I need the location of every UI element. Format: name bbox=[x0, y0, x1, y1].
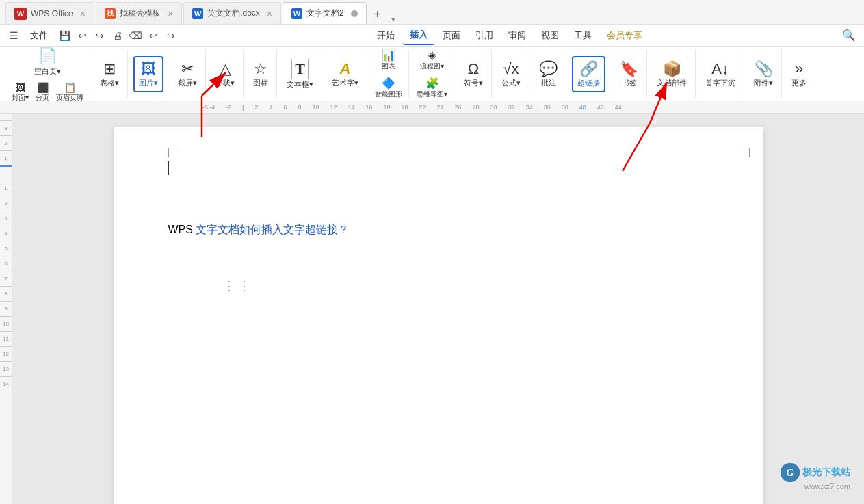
smartshape-icon: 🔷 bbox=[382, 77, 395, 90]
image-icon: 🖼 bbox=[141, 60, 156, 78]
tab-bar: W WPS Office × 找 找稿壳模板 × W 英文文档.docx × W… bbox=[0, 0, 864, 25]
mindmap-button[interactable]: 🧩 思维导图▾ bbox=[415, 75, 449, 101]
ruler-v-mark bbox=[0, 165, 12, 181]
document-area[interactable]: WPS 文字文档如何插入文字超链接？ ⋮⋮ bbox=[12, 114, 864, 504]
doc1-icon: W bbox=[192, 8, 203, 19]
ruler-v-mark: 10 bbox=[0, 316, 12, 331]
pagebreak-button[interactable]: ⬛ 分页 bbox=[34, 81, 51, 102]
undo2-icon[interactable]: ↩ bbox=[146, 29, 160, 42]
menu-page[interactable]: 页面 bbox=[436, 27, 467, 44]
menu-view[interactable]: 视图 bbox=[534, 27, 566, 44]
attachment-button[interactable]: 📎 附件▾ bbox=[750, 57, 777, 91]
new-tab-button[interactable]: + bbox=[368, 5, 387, 24]
shape-icon: △ bbox=[220, 60, 231, 78]
smartshape-button[interactable]: 🔷 智能图形 bbox=[373, 75, 404, 101]
dropcap-button[interactable]: A↓ 首字下沉 bbox=[701, 57, 739, 91]
ribbon-group-table: ⊞ 表格▾ bbox=[92, 50, 128, 98]
ruler-v-mark: 3 bbox=[0, 211, 12, 226]
header-footer-button[interactable]: 📋 页眉页脚 bbox=[54, 81, 86, 102]
blank-page-icon: 📄 bbox=[38, 47, 57, 65]
pagebreak-label: 分页 bbox=[36, 93, 49, 102]
print-icon[interactable]: 🖨 bbox=[111, 29, 125, 42]
ribbon-group-textbox: T 文本框▾ bbox=[278, 50, 322, 98]
icons-button[interactable]: ☆ 图标 bbox=[249, 57, 272, 91]
table-icon: ⊞ bbox=[103, 60, 116, 78]
menu-start[interactable]: 开始 bbox=[370, 27, 402, 44]
textbox-button[interactable]: T 文本框▾ bbox=[283, 56, 317, 92]
textbox-label: 文本框▾ bbox=[287, 79, 313, 90]
tab-close-icon[interactable]: × bbox=[80, 8, 86, 19]
search-button[interactable]: 🔍 bbox=[839, 26, 859, 45]
doc-main-text: 文字文档如何插入文字超链接？ bbox=[196, 224, 349, 235]
hyperlink-icon: 🔗 bbox=[579, 60, 598, 78]
shape-button[interactable]: △ 形状▾ bbox=[211, 57, 239, 91]
menu-review[interactable]: 审阅 bbox=[501, 27, 533, 44]
watermark-url: www.xz7.com bbox=[804, 482, 850, 490]
bookmark-label: 书签 bbox=[622, 78, 637, 88]
menu-bar: ☰ 文件 💾 ↩ ↪ 🖨 ⌫ ↩ ↪ 开始 插入 页面 引用 审阅 视图 工具 … bbox=[0, 25, 864, 47]
arttext-button[interactable]: A 艺术字▾ bbox=[328, 57, 363, 91]
chart-button[interactable]: 📊 图表 bbox=[380, 47, 397, 72]
smartshape-label: 智能图形 bbox=[375, 90, 402, 99]
new-tab-arrow[interactable]: ▾ bbox=[389, 15, 395, 24]
menu-tools[interactable]: 工具 bbox=[567, 27, 599, 44]
menu-insert[interactable]: 插入 bbox=[403, 26, 434, 45]
ruler-v-mark: 1 bbox=[0, 181, 12, 196]
tab-doc2[interactable]: W 文字文档2 bbox=[283, 2, 367, 24]
table-button[interactable]: ⊞ 表格▾ bbox=[96, 57, 123, 91]
attachment-label: 附件▾ bbox=[754, 78, 773, 88]
ribbon: 📄 空白页▾ 🖼 封面▾ ⬛ 分页 📋 页眉页脚 bbox=[0, 47, 864, 101]
more-button[interactable]: » 更多 bbox=[787, 57, 811, 91]
hamburger-icon[interactable]: ☰ bbox=[7, 29, 21, 42]
tab-wps-office[interactable]: W WPS Office × bbox=[5, 2, 94, 24]
cover-button[interactable]: 🖼 封面▾ bbox=[10, 81, 31, 102]
flowchart-button[interactable]: ◈ 流程图▾ bbox=[418, 47, 446, 72]
ruler-v-mark: 2 bbox=[0, 196, 12, 211]
tab-doc1[interactable]: W 英文文档.docx × bbox=[183, 2, 281, 24]
ruler-v-mark: 5 bbox=[0, 241, 12, 256]
ribbon-group-screenshot: ✂ 截屏▾ bbox=[170, 50, 206, 98]
horizontal-ruler: -6 -4 -2 | 2 4 6 8 10 12 14 16 18 20 22 … bbox=[0, 101, 864, 114]
text-cursor-top bbox=[168, 161, 169, 175]
tab-template-label: 找稿壳模板 bbox=[120, 8, 161, 19]
tab-dot bbox=[351, 10, 358, 17]
menu-reference[interactable]: 引用 bbox=[469, 27, 500, 44]
screenshot-button[interactable]: ✂ 截屏▾ bbox=[174, 57, 201, 91]
document-page[interactable]: WPS 文字文档如何插入文字超链接？ ⋮⋮ bbox=[114, 127, 763, 504]
watermark-logo: G 极光下载站 bbox=[781, 463, 850, 482]
ruler-v-mark: 11 bbox=[0, 331, 12, 346]
screenshot-label: 截屏▾ bbox=[178, 78, 197, 88]
formula-button[interactable]: √x 公式▾ bbox=[497, 57, 525, 91]
tab-doc1-close[interactable]: × bbox=[267, 8, 272, 19]
menu-file[interactable]: 文件 bbox=[23, 27, 55, 44]
redo-icon[interactable]: ↪ bbox=[93, 29, 107, 42]
undo-icon[interactable]: ↩ bbox=[75, 29, 89, 42]
format-icon[interactable]: ⌫ bbox=[129, 29, 142, 42]
pagebreak-icon: ⬛ bbox=[37, 82, 49, 93]
ribbon-group-image: 🖼 图片▾ bbox=[129, 50, 168, 98]
ruler-v-mark: 13 bbox=[0, 361, 12, 376]
image-button[interactable]: 🖼 图片▾ bbox=[133, 56, 163, 92]
ribbon-group-docpart: 📦 文档部件 bbox=[649, 50, 696, 98]
ruler-v-mark: 14 bbox=[0, 376, 12, 391]
ribbon-group-page: 📄 空白页▾ 🖼 封面▾ ⬛ 分页 📋 页眉页脚 bbox=[5, 50, 90, 98]
symbol-button[interactable]: Ω 符号▾ bbox=[460, 57, 487, 91]
flowchart-label: 流程图▾ bbox=[420, 62, 444, 71]
tab-template[interactable]: 找 找稿壳模板 × bbox=[96, 2, 182, 24]
doc-dots: ⋮⋮ bbox=[223, 278, 709, 293]
menu-member[interactable]: 会员专享 bbox=[600, 27, 649, 44]
formula-label: 公式▾ bbox=[501, 78, 521, 88]
docpart-button[interactable]: 📦 文档部件 bbox=[653, 57, 691, 91]
image-label: 图片▾ bbox=[139, 78, 158, 88]
redo2-icon[interactable]: ↪ bbox=[164, 29, 178, 42]
save-icon[interactable]: 💾 bbox=[57, 29, 71, 42]
mindmap-label: 思维导图▾ bbox=[417, 90, 447, 99]
document-content[interactable]: WPS 文字文档如何插入文字超链接？ bbox=[168, 223, 709, 237]
blank-page-button[interactable]: 📄 空白页▾ bbox=[30, 47, 65, 79]
tab-template-close[interactable]: × bbox=[168, 8, 173, 19]
tab-wps-office-label: WPS Office bbox=[31, 9, 73, 18]
comment-button[interactable]: 💬 批注 bbox=[535, 57, 562, 91]
bookmark-button[interactable]: 🔖 书签 bbox=[616, 57, 642, 91]
page-corner-tl bbox=[168, 148, 178, 157]
hyperlink-button[interactable]: 🔗 超链接 bbox=[572, 56, 605, 92]
